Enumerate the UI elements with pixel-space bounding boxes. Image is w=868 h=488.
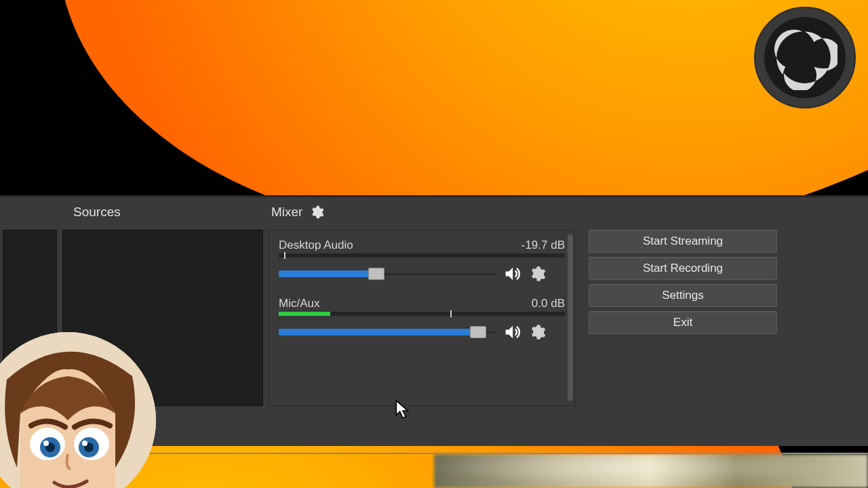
volume-slider[interactable] xyxy=(279,270,496,277)
svg-point-9 xyxy=(82,441,87,446)
gear-icon[interactable] xyxy=(528,265,546,283)
cursor-icon xyxy=(395,400,410,420)
obs-logo-badge xyxy=(754,7,856,108)
mixer-channel-name: Mic/Aux xyxy=(279,297,319,310)
svg-point-8 xyxy=(43,441,49,446)
start-streaming-button[interactable]: Start Streaming xyxy=(589,230,777,253)
settings-button[interactable]: Settings xyxy=(589,284,777,307)
gear-icon[interactable] xyxy=(528,323,546,341)
mixer-panel-title: Mixer xyxy=(271,205,302,220)
speaker-icon[interactable] xyxy=(502,323,521,342)
video-thumbnail-strip xyxy=(434,454,868,488)
mixer-channel-db: -19.7 dB xyxy=(521,239,565,252)
scrollbar[interactable] xyxy=(568,235,573,401)
mixer-channel: Desktop Audio -19.7 dB xyxy=(279,239,565,283)
mixer-channel: Mic/Aux 0.0 dB xyxy=(279,297,565,342)
sources-panel-title: Sources xyxy=(73,205,271,220)
audio-meter xyxy=(279,312,565,316)
speaker-icon[interactable] xyxy=(502,264,521,283)
volume-slider[interactable] xyxy=(279,329,496,336)
mixer-panel: Desktop Audio -19.7 dB xyxy=(269,230,575,406)
audio-meter xyxy=(279,253,565,258)
controls-panel: Start Streaming Start Recording Settings… xyxy=(589,230,777,417)
mixer-channel-db: 0.0 dB xyxy=(532,297,565,310)
gear-icon[interactable] xyxy=(309,205,324,220)
start-recording-button[interactable]: Start Recording xyxy=(589,257,777,280)
mixer-channel-name: Desktop Audio xyxy=(279,239,353,252)
exit-button[interactable]: Exit xyxy=(589,311,777,334)
obs-logo-icon xyxy=(772,25,837,90)
